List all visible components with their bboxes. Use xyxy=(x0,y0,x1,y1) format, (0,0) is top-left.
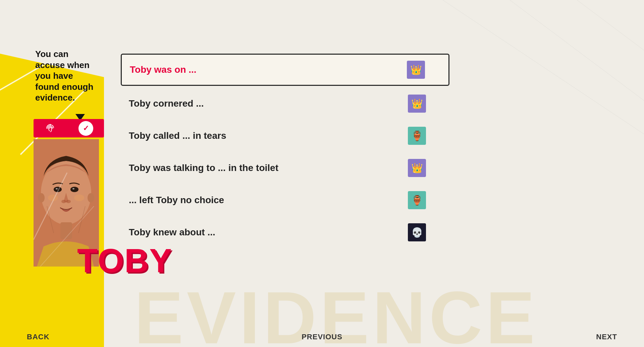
svg-point-8 xyxy=(72,188,74,189)
svg-point-6 xyxy=(70,187,78,192)
instruction-line3: you have xyxy=(35,71,73,81)
option-6-text: Toby knew about ... xyxy=(129,227,215,238)
vase-icon-1: 🏺 xyxy=(411,130,423,141)
main-content: Toby was on ... 👑 Toby cornered ... 👑 To… xyxy=(121,54,449,249)
option-2-icon: 👑 xyxy=(408,95,426,113)
option-1-text: Toby was on ... xyxy=(130,64,197,75)
instruction-line1: You can xyxy=(35,49,68,59)
vase-icon-2: 🏺 xyxy=(411,195,423,206)
svg-point-7 xyxy=(56,188,58,189)
svg-point-12 xyxy=(74,194,84,201)
option-2[interactable]: Toby cornered ... 👑 xyxy=(121,89,449,119)
crown-icon-3: 👑 xyxy=(411,163,423,174)
previous-button[interactable]: PREVIOUS xyxy=(302,333,342,341)
option-4-icon: 👑 xyxy=(408,159,426,177)
option-4-text: Toby was talking to ... in the toilet xyxy=(129,163,278,173)
option-4[interactable]: Toby was talking to ... in the toilet 👑 xyxy=(121,153,449,183)
svg-line-0 xyxy=(443,0,644,134)
option-5-text: ... left Toby no choice xyxy=(129,195,224,206)
instruction-text: You can accuse when you have found enoug… xyxy=(35,49,129,103)
option-selected[interactable]: Toby was on ... 👑 xyxy=(121,54,449,86)
next-button[interactable]: NEXT xyxy=(596,333,617,341)
instruction-line2: accuse when xyxy=(35,60,90,70)
svg-line-1 xyxy=(510,0,644,101)
bottom-navigation: BACK PREVIOUS NEXT xyxy=(0,327,644,347)
icon-bar: ✓ xyxy=(34,119,104,137)
checkmark: ✓ xyxy=(83,124,89,133)
verify-check-icon: ✓ xyxy=(78,121,93,136)
instruction-line4: found enough xyxy=(35,82,93,92)
option-5[interactable]: ... left Toby no choice 🏺 xyxy=(121,185,449,215)
back-button[interactable]: BACK xyxy=(27,333,50,341)
crown-icon-1: 👑 xyxy=(410,64,422,75)
crown-icon-2: 👑 xyxy=(411,98,423,109)
svg-rect-15 xyxy=(60,222,72,239)
option-3-text: Toby called ... in tears xyxy=(129,130,226,141)
svg-point-10 xyxy=(66,200,71,203)
skull-icon: 💀 xyxy=(411,227,423,238)
fingerprint-icon xyxy=(45,122,57,134)
option-5-icon: 🏺 xyxy=(408,191,426,209)
instruction-line5: evidence. xyxy=(35,93,75,103)
svg-point-9 xyxy=(61,200,66,203)
option-6-icon: 💀 xyxy=(408,223,426,241)
option-2-text: Toby cornered ... xyxy=(129,98,204,109)
svg-point-13 xyxy=(38,193,45,203)
svg-line-2 xyxy=(577,0,644,50)
option-3[interactable]: Toby called ... in tears 🏺 xyxy=(121,121,449,151)
option-3-icon: 🏺 xyxy=(408,127,426,145)
svg-point-14 xyxy=(88,193,94,203)
option-1-icon: 👑 xyxy=(407,61,425,79)
left-panel: You can accuse when you have found enoug… xyxy=(0,0,104,347)
option-6[interactable]: Toby knew about ... 💀 xyxy=(121,217,449,247)
